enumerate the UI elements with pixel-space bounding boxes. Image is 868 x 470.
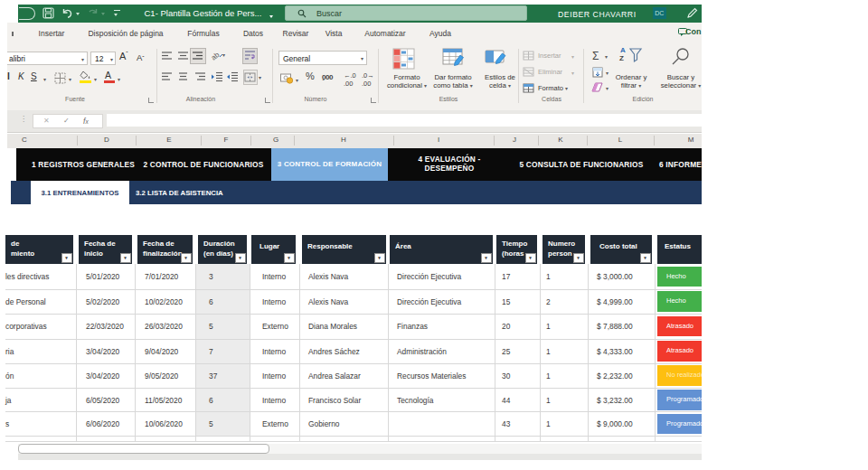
svg-text:ab: ab	[211, 51, 222, 61]
